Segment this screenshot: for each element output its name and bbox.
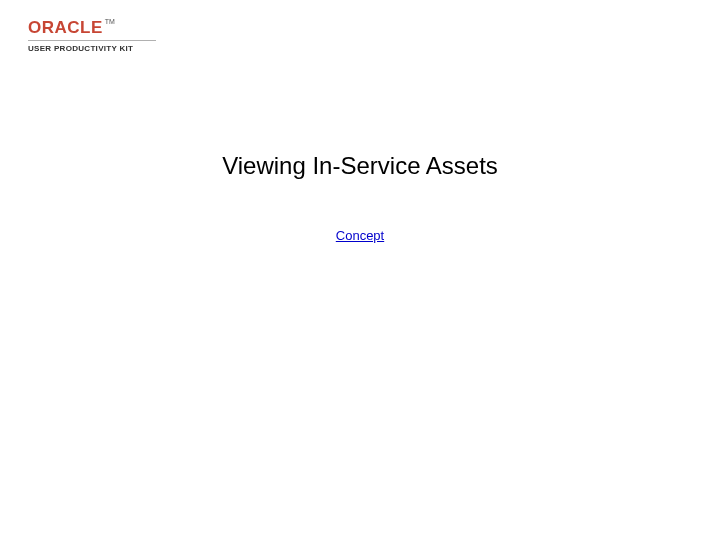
concept-link[interactable]: Concept [336,228,384,243]
brand-text: ORACLE [28,18,103,37]
oracle-logo-block: ORACLETM USER PRODUCTIVITY KIT [28,18,156,53]
oracle-wordmark: ORACLETM [28,18,156,38]
link-row: Concept [0,226,720,244]
subbrand-text: USER PRODUCTIVITY KIT [28,44,156,53]
logo-divider [28,40,156,41]
page-title: Viewing In-Service Assets [0,152,720,180]
trademark-symbol: TM [105,18,115,25]
main-content: Viewing In-Service Assets Concept [0,152,720,244]
